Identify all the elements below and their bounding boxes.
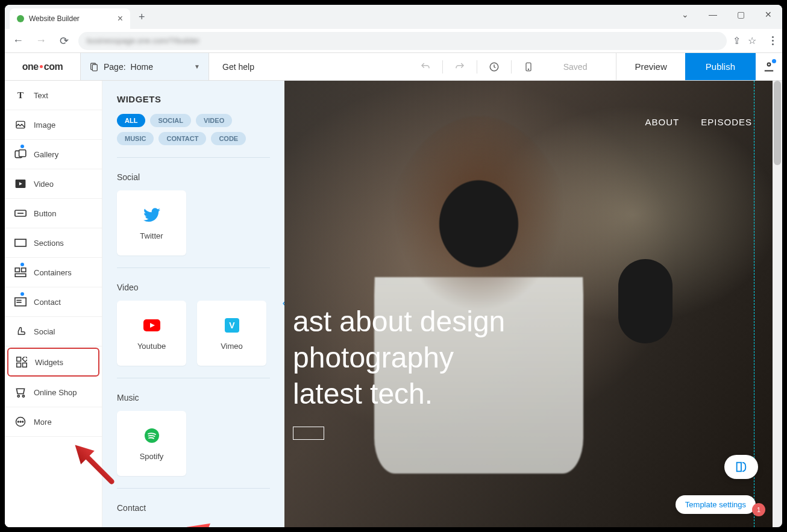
url-input[interactable]: businesspage.one.com/?/builder bbox=[78, 32, 727, 50]
svg-point-4 bbox=[528, 69, 528, 69]
filter-pill-social[interactable]: SOCIAL bbox=[150, 114, 191, 127]
widgets-panel-title: WIDGETS bbox=[117, 94, 270, 104]
shop-icon bbox=[14, 386, 27, 398]
sidebar-item-button[interactable]: Button bbox=[5, 199, 102, 228]
svg-rect-14 bbox=[15, 268, 19, 272]
nav-forward-button[interactable]: → bbox=[33, 33, 49, 49]
sidebar-item-online-shop[interactable]: Online Shop bbox=[5, 378, 102, 407]
sidebar-item-video[interactable]: Video bbox=[5, 169, 102, 199]
sidebar-item-text[interactable]: TText bbox=[5, 81, 102, 110]
saved-status: Saved bbox=[542, 62, 609, 72]
filter-pill-all[interactable]: ALL bbox=[117, 114, 145, 127]
hero-photo-overlay bbox=[414, 152, 544, 295]
window-minimize-button[interactable]: — bbox=[699, 5, 727, 24]
svg-point-28 bbox=[20, 421, 21, 422]
svg-rect-9 bbox=[19, 150, 26, 157]
sidebar-item-gallery[interactable]: Gallery bbox=[5, 140, 102, 169]
nav-reload-button[interactable]: ⟳ bbox=[55, 33, 72, 49]
filter-pill-code[interactable]: CODE bbox=[211, 132, 246, 145]
svg-rect-16 bbox=[15, 274, 26, 277]
scroll-thumb[interactable] bbox=[774, 81, 781, 165]
filter-pill-music[interactable]: MUSIC bbox=[117, 132, 154, 145]
sidebar-item-image[interactable]: Image bbox=[5, 110, 102, 140]
history-button[interactable] bbox=[481, 53, 507, 81]
undo-button[interactable] bbox=[412, 53, 439, 81]
filter-pill-video[interactable]: VIDEO bbox=[196, 114, 232, 127]
widget-filter-pills: ALL SOCIAL VIDEO MUSIC CONTACT CODE bbox=[117, 114, 270, 158]
site-nav-about[interactable]: ABOUT bbox=[645, 117, 680, 127]
vimeo-icon: V bbox=[223, 316, 241, 334]
widget-section-contact: Contact bbox=[117, 503, 270, 527]
tab-favicon-icon bbox=[17, 15, 24, 22]
sidebar-item-containers[interactable]: Containers bbox=[5, 258, 102, 287]
website-canvas[interactable]: ABOUT EPISODES ast about design photogra… bbox=[284, 81, 782, 527]
window-caret-icon[interactable]: ⌄ bbox=[671, 5, 699, 24]
hero-headline[interactable]: ast about design photography latest tech… bbox=[293, 304, 505, 440]
widget-section-social: Social Twitter bbox=[117, 172, 270, 268]
notification-dot-icon bbox=[772, 59, 776, 63]
sidebar-item-social[interactable]: Social bbox=[5, 317, 102, 346]
redo-button[interactable] bbox=[447, 53, 473, 81]
component-sidebar: TText Image Gallery Video Button Section… bbox=[5, 81, 102, 527]
bookmark-icon[interactable]: ☆ bbox=[748, 35, 756, 46]
canvas-scrollbar[interactable] bbox=[773, 81, 782, 527]
sidebar-item-sections[interactable]: Sections bbox=[5, 228, 102, 258]
site-nav-episodes[interactable]: EPISODES bbox=[701, 117, 752, 127]
close-tab-icon[interactable]: × bbox=[118, 13, 123, 24]
svg-text:V: V bbox=[229, 321, 235, 330]
mobile-preview-button[interactable] bbox=[515, 53, 542, 81]
button-icon bbox=[14, 207, 27, 219]
twitter-icon bbox=[143, 206, 161, 224]
browser-tab[interactable]: Website Builder × bbox=[10, 8, 130, 29]
widget-section-music: Music Spotify bbox=[117, 393, 270, 489]
tab-title: Website Builder bbox=[29, 14, 80, 23]
window-maximize-button[interactable]: ▢ bbox=[727, 5, 754, 24]
widget-card-spotify[interactable]: Spotify bbox=[117, 411, 186, 476]
widget-card-twitter[interactable]: Twitter bbox=[117, 190, 186, 255]
sidebar-item-widgets[interactable]: Widgets bbox=[7, 348, 99, 377]
new-tab-button[interactable]: + bbox=[133, 11, 151, 23]
text-icon: T bbox=[14, 89, 27, 101]
page-icon bbox=[89, 62, 99, 72]
publish-button[interactable]: Publish bbox=[685, 53, 756, 80]
svg-rect-20 bbox=[17, 357, 21, 361]
sidebar-item-more[interactable]: More bbox=[5, 407, 102, 437]
browser-menu-button[interactable] bbox=[768, 33, 777, 49]
widget-card-vimeo[interactable]: V Vimeo bbox=[197, 301, 266, 366]
preview-button[interactable]: Preview bbox=[616, 53, 685, 80]
svg-rect-22 bbox=[23, 363, 27, 368]
page-selector[interactable]: Page: Home ▼ bbox=[81, 53, 209, 80]
get-help-button[interactable]: Get help bbox=[209, 53, 268, 80]
badge-dot-icon bbox=[20, 145, 24, 148]
svg-rect-15 bbox=[22, 268, 26, 272]
social-icon bbox=[14, 325, 27, 337]
share-icon[interactable]: ⇪ bbox=[733, 35, 741, 46]
window-close-button[interactable]: ✕ bbox=[754, 5, 782, 24]
template-badge: 1 bbox=[752, 503, 765, 516]
hero-cta-button[interactable] bbox=[293, 427, 324, 440]
svg-point-25 bbox=[22, 395, 24, 397]
app-toolbar: onecom Page: Home ▼ Get help Saved Previ… bbox=[5, 53, 782, 81]
containers-icon bbox=[14, 266, 27, 278]
template-settings-button[interactable]: Template settings bbox=[676, 495, 756, 514]
contact-icon bbox=[14, 296, 27, 308]
svg-point-29 bbox=[22, 421, 24, 422]
badge-dot-icon bbox=[20, 292, 24, 296]
nav-back-button[interactable]: ← bbox=[10, 33, 27, 49]
more-icon bbox=[14, 416, 27, 428]
video-icon bbox=[14, 178, 27, 190]
image-icon bbox=[14, 119, 27, 131]
account-settings-button[interactable] bbox=[756, 53, 782, 80]
filter-pill-contact[interactable]: CONTACT bbox=[158, 132, 206, 145]
widget-card-youtube[interactable]: Youtube bbox=[117, 301, 186, 366]
spotify-icon bbox=[143, 427, 161, 445]
svg-rect-34 bbox=[737, 463, 741, 472]
brand-logo[interactable]: onecom bbox=[5, 53, 81, 80]
hero-photo-overlay bbox=[618, 259, 673, 343]
widgets-icon bbox=[16, 356, 28, 368]
sidebar-item-contact[interactable]: Contact bbox=[5, 287, 102, 317]
svg-point-27 bbox=[17, 421, 19, 422]
svg-point-24 bbox=[17, 395, 19, 397]
style-fab-button[interactable] bbox=[724, 455, 758, 479]
widgets-panel: WIDGETS ALL SOCIAL VIDEO MUSIC CONTACT C… bbox=[102, 81, 284, 527]
